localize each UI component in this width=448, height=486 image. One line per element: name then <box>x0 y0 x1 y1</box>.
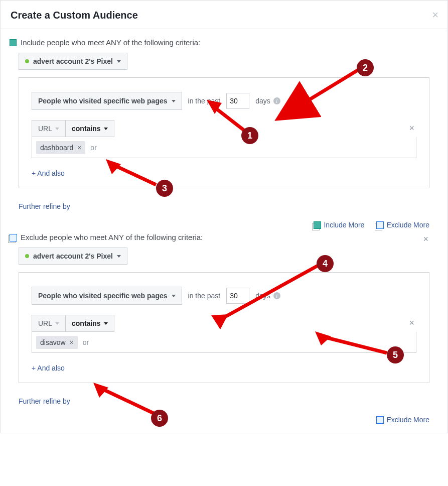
or-label-exc: or <box>83 338 89 346</box>
include-more-button[interactable]: Include More <box>314 221 364 229</box>
modal-title: Create a Custom Audience <box>11 10 437 21</box>
and-also-include[interactable]: + And also <box>32 169 65 177</box>
remove-rule-icon[interactable]: × <box>409 318 414 328</box>
chevron-down-icon <box>55 322 59 325</box>
include-rule-box: People who visited specific web pages in… <box>19 77 429 188</box>
chevron-down-icon <box>117 255 121 258</box>
remove-tag-icon[interactable]: × <box>77 144 81 151</box>
days-input-include[interactable] <box>226 93 249 109</box>
exclude-square-icon <box>10 234 17 241</box>
exclude-section: Exclude people who meet ANY of the follo… <box>10 233 438 406</box>
url-tag-input-exclude[interactable]: disavow × or <box>32 332 416 353</box>
chevron-down-icon <box>104 128 108 130</box>
include-more-icon <box>314 221 321 228</box>
pixel-select-include[interactable]: advert account 2's Pixel <box>19 53 127 70</box>
and-also-exclude[interactable]: + And also <box>32 364 65 372</box>
chevron-down-icon <box>172 100 176 102</box>
exclude-rule-box: People who visited specific web pages in… <box>19 272 429 383</box>
include-square-icon <box>10 39 17 46</box>
pixel-select-exclude[interactable]: advert account 2's Pixel <box>19 248 127 265</box>
exclude-more-icon <box>376 221 383 228</box>
pixel-label-include: advert account 2's Pixel <box>33 57 113 65</box>
url-group-exclude: × URL contains disavow <box>32 315 416 353</box>
remove-section-icon[interactable]: × <box>423 234 428 245</box>
modal-header: Create a Custom Audience × <box>1 1 447 29</box>
or-label-inc: or <box>90 144 96 152</box>
url-tag-include: dashboard × <box>36 141 85 154</box>
exclude-more-button-2[interactable]: Exclude More <box>376 416 429 424</box>
visitor-rule-label-inc: People who visited specific web pages <box>38 97 168 105</box>
contains-dropdown-inc[interactable]: contains <box>66 120 114 137</box>
visitor-rule-dropdown-include[interactable]: People who visited specific web pages <box>32 92 182 110</box>
remove-tag-icon[interactable]: × <box>70 339 74 346</box>
url-tag-input-include[interactable]: dashboard × or <box>32 137 416 158</box>
chevron-down-icon <box>55 128 59 130</box>
in-past-label-exc: in the past <box>188 292 221 300</box>
days-label-exc: days i <box>255 292 280 300</box>
include-rule-row: People who visited specific web pages in… <box>32 92 416 110</box>
pixel-status-dot <box>25 59 29 63</box>
modal-body: Include people who meet ANY of the follo… <box>1 29 447 433</box>
exclude-criteria-label: Exclude people who meet ANY of the follo… <box>10 233 438 241</box>
visitor-rule-dropdown-exclude[interactable]: People who visited specific web pages <box>32 287 182 305</box>
info-icon[interactable]: i <box>273 292 280 299</box>
further-refine-exclude[interactable]: Further refine by <box>19 397 70 405</box>
close-icon[interactable]: × <box>432 10 438 21</box>
exclude-rule-row: People who visited specific web pages in… <box>32 287 416 305</box>
in-past-label-inc: in the past <box>188 97 221 105</box>
url-field-dropdown-exc[interactable]: URL <box>32 315 66 332</box>
url-tag-exclude: disavow × <box>36 336 78 349</box>
pixel-label-exclude: advert account 2's Pixel <box>33 252 113 260</box>
days-input-exclude[interactable] <box>226 288 249 304</box>
exclude-label-text: Exclude people who meet ANY of the follo… <box>21 233 203 241</box>
exclude-more-row: Exclude More <box>10 406 438 428</box>
chevron-down-icon <box>104 322 108 325</box>
include-exclude-actions: Include More Exclude More <box>10 211 438 233</box>
info-icon[interactable]: i <box>273 97 280 104</box>
remove-rule-icon[interactable]: × <box>409 123 414 134</box>
url-group-include: × URL contains dashboard <box>32 120 416 158</box>
custom-audience-modal: Create a Custom Audience × Include peopl… <box>0 0 448 433</box>
url-field-dropdown-inc[interactable]: URL <box>32 120 66 137</box>
include-section: Include people who meet ANY of the follo… <box>10 38 438 211</box>
chevron-down-icon <box>172 295 176 297</box>
chevron-down-icon <box>117 60 121 63</box>
further-refine-include[interactable]: Further refine by <box>19 202 70 210</box>
contains-dropdown-exc[interactable]: contains <box>66 315 114 332</box>
visitor-rule-label-exc: People who visited specific web pages <box>38 292 168 300</box>
include-label-text: Include people who meet ANY of the follo… <box>21 38 200 47</box>
pixel-status-dot <box>25 254 29 258</box>
exclude-more-icon <box>376 416 383 423</box>
include-criteria-label: Include people who meet ANY of the follo… <box>10 38 438 47</box>
days-label-inc: days i <box>255 97 280 105</box>
exclude-more-button[interactable]: Exclude More <box>376 221 429 229</box>
